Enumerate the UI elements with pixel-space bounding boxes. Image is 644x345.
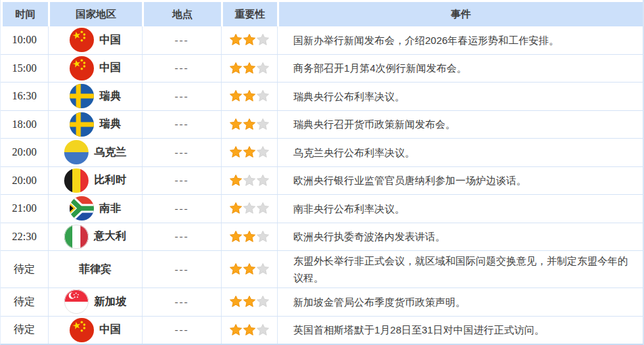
importance-stars — [222, 55, 278, 83]
event-time: 22:30 — [1, 223, 49, 251]
star-filled-icon — [230, 231, 242, 243]
star-empty-icon — [257, 90, 269, 102]
star-empty-icon — [257, 231, 269, 243]
country-name: 瑞典 — [99, 117, 121, 131]
country-name: 中国 — [99, 323, 121, 337]
country-name: 中国 — [99, 61, 121, 75]
star-empty-icon — [257, 175, 269, 187]
event-description: 东盟外长举行非正式会议，就区域和国际问题交换意见，并制定东盟今年的议程。 — [278, 251, 643, 288]
country-cell: 瑞典 — [49, 83, 143, 110]
header-country: 国家地区 — [50, 2, 142, 26]
table-body: 10:00 中国 --- 国新办举行新闻发布会，介绍2026年春运形势和工作安排… — [1, 26, 643, 344]
china-flag-icon — [70, 28, 94, 52]
china-flag-icon — [70, 318, 94, 342]
importance-stars — [222, 139, 278, 166]
event-time: 16:30 — [1, 83, 49, 110]
star-empty-icon — [257, 146, 269, 158]
table-row: 21:00 南非 --- 南非央行公布利率决议。 — [1, 195, 643, 223]
star-filled-icon — [230, 146, 242, 158]
event-description: 瑞典央行召开货币政策新闻发布会。 — [278, 111, 643, 139]
importance-stars — [222, 223, 278, 251]
star-filled-icon — [243, 146, 255, 158]
table-row: 待定 中国 --- 英国首相斯塔默于1月28日至31日对中国进行正式访问。 — [1, 317, 643, 345]
country-name: 中国 — [99, 33, 121, 47]
event-description: 商务部召开1月第4次例行新闻发布会。 — [278, 55, 643, 83]
event-description: 欧洲央行银行业监管官员唐纳利参加一场炉边谈话。 — [278, 167, 643, 195]
country-cell: 意大利 — [49, 223, 143, 251]
country-cell: 新加坡 — [49, 288, 143, 316]
star-empty-icon — [257, 62, 269, 74]
importance-stars — [222, 195, 278, 223]
event-description: 乌克兰央行公布利率决议。 — [278, 139, 643, 166]
singapore-flag-icon — [64, 290, 89, 314]
china-flag-icon — [70, 56, 94, 80]
event-location: --- — [143, 317, 222, 344]
sweden-flag-icon — [70, 84, 94, 108]
star-empty-icon — [257, 34, 269, 46]
event-time: 待定 — [1, 288, 49, 316]
event-description: 英国首相斯塔默于1月28日至31日对中国进行正式访问。 — [278, 317, 643, 344]
country-cell: 中国 — [49, 55, 143, 83]
event-location: --- — [143, 288, 222, 316]
event-time: 待定 — [1, 251, 49, 288]
table-row: 待定 新加坡 --- 新加坡金管局公布季度货币政策声明。 — [1, 288, 643, 317]
event-time: 15:00 — [1, 55, 49, 83]
event-location: --- — [143, 251, 222, 288]
event-time: 待定 — [1, 317, 49, 344]
event-description: 欧洲央行执委奇波洛内发表讲话。 — [278, 223, 643, 251]
importance-stars — [222, 251, 278, 288]
belgium-flag-icon — [64, 168, 89, 193]
country-name: 南非 — [99, 202, 121, 216]
star-filled-icon — [243, 62, 255, 74]
event-location: --- — [143, 111, 222, 139]
importance-stars — [222, 317, 278, 344]
star-filled-icon — [243, 118, 255, 131]
event-location: --- — [143, 55, 222, 83]
importance-stars — [222, 111, 278, 139]
star-empty-icon — [257, 296, 269, 308]
importance-stars — [222, 83, 278, 110]
country-name: 菲律宾 — [79, 262, 112, 277]
ukraine-flag-icon — [64, 140, 89, 164]
economic-calendar-table: 时间 国家地区 地点 重要性 事件 10:00 中国 --- 国新办举行新闻发布… — [0, 0, 644, 345]
event-time: 20:00 — [1, 167, 49, 195]
italy-flag-icon — [64, 225, 89, 249]
star-filled-icon — [243, 231, 255, 243]
event-time: 20:00 — [1, 139, 49, 166]
event-description: 国新办举行新闻发布会，介绍2026年春运形势和工作安排。 — [278, 26, 643, 54]
country-cell: 菲律宾 — [49, 251, 143, 288]
country-cell: 比利时 — [49, 167, 143, 195]
country-cell: 中国 — [49, 317, 143, 344]
event-location: --- — [143, 195, 222, 223]
star-filled-icon — [243, 296, 255, 308]
star-empty-icon — [243, 175, 255, 187]
star-filled-icon — [230, 296, 242, 308]
header-event: 事件 — [279, 2, 643, 26]
country-name: 比利时 — [94, 173, 126, 187]
event-time: 10:00 — [1, 26, 49, 54]
event-time: 21:00 — [1, 195, 49, 223]
header-location: 地点 — [144, 2, 221, 26]
event-location: --- — [143, 223, 222, 251]
table-row: 20:00 乌克兰 --- 乌克兰央行公布利率决议。 — [1, 139, 643, 167]
country-name: 新加坡 — [94, 295, 126, 309]
star-empty-icon — [257, 118, 269, 131]
sweden-flag-icon — [70, 112, 94, 137]
south-africa-flag-icon — [70, 196, 94, 221]
table-row: 20:00 比利时 --- 欧洲央行银行业监管官员唐纳利参加一场炉边谈话。 — [1, 167, 643, 196]
event-location: --- — [143, 167, 222, 195]
header-importance: 重要性 — [223, 2, 277, 26]
event-location: --- — [143, 139, 222, 166]
star-filled-icon — [230, 90, 242, 102]
star-filled-icon — [230, 175, 242, 187]
event-description: 新加坡金管局公布季度货币政策声明。 — [278, 288, 643, 316]
table-row: 16:30 瑞典 --- 瑞典央行公布利率决议。 — [1, 83, 643, 111]
star-empty-icon — [257, 324, 269, 336]
event-location: --- — [143, 26, 222, 54]
importance-stars — [222, 26, 278, 54]
star-filled-icon — [243, 324, 255, 336]
star-filled-icon — [230, 202, 242, 214]
country-cell: 中国 — [49, 26, 143, 54]
star-filled-icon — [230, 263, 242, 275]
table-header-row: 时间 国家地区 地点 重要性 事件 — [1, 0, 643, 26]
